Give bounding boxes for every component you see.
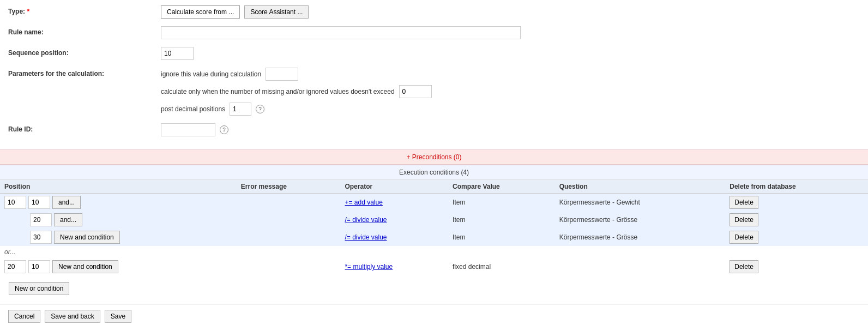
delete-button[interactable]: Delete — [730, 213, 758, 226]
position-cell: and... — [0, 211, 237, 229]
rule-name-label: Rule name: — [8, 26, 161, 36]
col-compare-value: Compare Value — [448, 180, 555, 194]
delete-cell: Delete — [725, 229, 868, 246]
parameters-label: Parameters for the calculation: — [8, 68, 161, 77]
delete-cell: Delete — [725, 194, 868, 212]
preconditions-bar[interactable]: + Preconditions (0) — [0, 149, 868, 165]
new-or-condition-button[interactable]: New or condition — [9, 282, 69, 295]
pos-input[interactable] — [4, 260, 26, 273]
col-error-message: Error message — [237, 180, 341, 194]
ignore-label: ignore this value during calculation — [161, 70, 261, 78]
question-cell — [555, 258, 726, 275]
table-row: New and condition /= divide valueItemKör… — [0, 229, 868, 246]
pos-input[interactable] — [4, 196, 26, 209]
subpos-input[interactable] — [28, 260, 50, 273]
operator-link[interactable]: *= multiply value — [345, 263, 393, 271]
or-label-row: or... — [0, 246, 868, 258]
exceed-input[interactable] — [399, 85, 432, 98]
ignore-input[interactable] — [266, 68, 298, 81]
subpos-input[interactable] — [28, 196, 50, 209]
col-position: Position — [0, 180, 237, 194]
cancel-button[interactable]: Cancel — [8, 310, 40, 323]
subpos-input[interactable] — [30, 231, 52, 244]
delete-button[interactable]: Delete — [730, 231, 758, 244]
sequence-position-label: Sequence position: — [8, 47, 161, 57]
error-message-cell — [237, 258, 341, 275]
score-assistant-button[interactable]: Score Assistant ... — [244, 5, 309, 19]
compare-value-cell: Item — [448, 211, 555, 229]
preconditions-link[interactable]: + Preconditions (0) — [406, 153, 461, 161]
delete-button[interactable]: Delete — [730, 260, 758, 273]
operator-cell: /= divide value — [340, 211, 448, 229]
table-row: and... /= divide valueItemKörpermesswert… — [0, 211, 868, 229]
type-label: Type: * — [8, 5, 161, 15]
delete-cell: Delete — [725, 258, 868, 275]
table-row: New and condition *= multiply valuefixed… — [0, 258, 868, 275]
error-message-cell — [237, 229, 341, 246]
error-message-cell — [237, 211, 341, 229]
delete-button[interactable]: Delete — [730, 196, 758, 209]
and-condition-button[interactable]: and... — [52, 196, 81, 209]
table-row: and... += add valueItemKörpermesswerte -… — [0, 194, 868, 212]
new-and-condition-button[interactable]: New and condition — [52, 260, 118, 273]
compare-value-cell: Item — [448, 194, 555, 212]
question-cell: Körpermesswerte - Grösse — [555, 211, 726, 229]
and-condition-button[interactable]: New and condition — [54, 231, 120, 244]
rule-id-help-icon: ? — [220, 125, 228, 134]
new-or-condition-area: New or condition — [4, 279, 864, 298]
sequence-position-input[interactable] — [161, 47, 194, 60]
save-and-back-button[interactable]: Save and back — [45, 310, 100, 323]
operator-link[interactable]: /= divide value — [345, 216, 387, 224]
or-label: or... — [0, 246, 868, 258]
col-operator: Operator — [340, 180, 448, 194]
decimal-label: post decimal positions — [161, 105, 225, 113]
rule-name-input[interactable] — [161, 26, 521, 39]
compare-value-cell: fixed decimal — [448, 258, 555, 275]
footer-buttons-bar: Cancel Save and back Save — [0, 304, 868, 328]
operator-link[interactable]: += add value — [345, 199, 382, 206]
question-cell: Körpermesswerte - Gewicht — [555, 194, 726, 212]
operator-cell: /= divide value — [340, 229, 448, 246]
delete-cell: Delete — [725, 211, 868, 229]
calculate-score-button[interactable]: Calculate score from ... — [161, 5, 240, 19]
save-button[interactable]: Save — [105, 310, 131, 323]
position-cell: New and condition — [0, 258, 237, 275]
and-condition-button[interactable]: and... — [54, 213, 82, 226]
error-message-cell — [237, 194, 341, 212]
operator-link[interactable]: /= divide value — [345, 233, 387, 241]
question-cell: Körpermesswerte - Grösse — [555, 229, 726, 246]
decimal-help-icon: ? — [256, 105, 264, 113]
col-delete: Delete from database — [725, 180, 868, 194]
subpos-input[interactable] — [30, 213, 52, 226]
compare-value-cell: Item — [448, 229, 555, 246]
rule-id-label: Rule ID: — [8, 123, 161, 133]
rule-id-input[interactable] — [161, 123, 215, 136]
col-question: Question — [555, 180, 726, 194]
position-cell: and... — [0, 194, 237, 211]
execution-conditions-header: Execution conditions (4) — [0, 165, 868, 180]
exceed-label: calculate only when the number of missin… — [161, 88, 395, 95]
type-required: * — [27, 8, 29, 15]
position-cell: New and condition — [0, 229, 237, 246]
operator-cell: += add value — [340, 194, 448, 212]
decimal-input[interactable] — [230, 103, 251, 116]
conditions-table: Position Error message Operator Compare … — [0, 180, 868, 275]
operator-cell: *= multiply value — [340, 258, 448, 275]
